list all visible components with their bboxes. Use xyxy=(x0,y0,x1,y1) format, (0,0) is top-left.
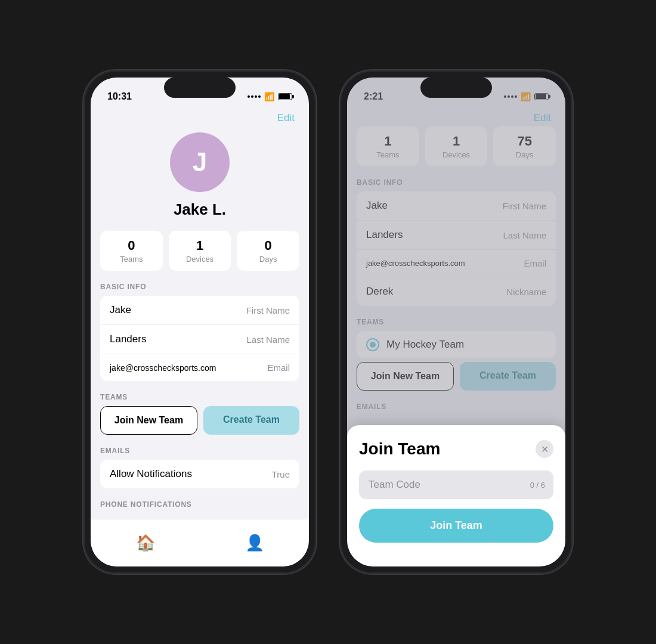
phone-2: 2:21 📶 Edit xyxy=(340,70,573,574)
signal-dots-1 xyxy=(247,95,261,98)
status-time-1: 10:31 xyxy=(107,91,132,102)
wifi-icon-1: 📶 xyxy=(264,92,274,101)
edit-button-1[interactable]: Edit xyxy=(91,107,309,126)
create-team-button-1[interactable]: Create Team xyxy=(203,406,299,435)
stat-label-teams-1: Teams xyxy=(105,255,158,264)
modal-title-row: Join Team ✕ xyxy=(359,439,553,459)
screen-1: 10:31 📶 Edit J xyxy=(91,78,309,566)
team-code-counter: 0 / 6 xyxy=(530,481,545,490)
avatar-section-1: J Jake L. xyxy=(91,126,309,231)
phone-notifications-header-1: PHONE NOTIFICATIONS xyxy=(91,500,309,513)
modal-title: Join Team xyxy=(359,439,440,459)
phone2-background: 2:21 📶 Edit xyxy=(347,78,565,566)
emails-header-1: EMAILS xyxy=(91,447,309,460)
team-code-input[interactable]: Team Code 0 / 6 xyxy=(359,470,553,499)
modal-close-button[interactable]: ✕ xyxy=(536,440,553,458)
tab-profile-icon-1[interactable]: 👤 xyxy=(245,534,264,552)
stat-number-devices-1: 1 xyxy=(174,238,227,253)
screen-2: 2:21 📶 Edit xyxy=(347,78,565,566)
first-name-row-1: Jake First Name xyxy=(100,296,299,325)
stat-box-days-1: 0 Days xyxy=(237,231,299,271)
basic-info-header-1: BASIC INFO xyxy=(91,283,309,296)
stat-number-teams-1: 0 xyxy=(105,238,158,253)
team-code-placeholder: Team Code xyxy=(369,479,420,490)
stat-box-teams-1: 0 Teams xyxy=(100,231,163,271)
tab-home-icon-1[interactable]: 🏠 xyxy=(136,534,155,552)
stats-row-1: 0 Teams 1 Devices 0 Days xyxy=(100,231,299,271)
email-label-1: Email xyxy=(267,363,290,373)
status-icons-1: 📶 xyxy=(247,92,292,101)
last-name-label-1: Last Name xyxy=(246,335,290,345)
email-value-1: jake@crosschecksports.com xyxy=(110,363,216,373)
join-team-submit-button[interactable]: Join Team xyxy=(359,509,553,543)
stat-label-devices-1: Devices xyxy=(174,255,227,264)
first-name-value-1: Jake xyxy=(110,304,131,316)
phone-1: 10:31 📶 Edit J xyxy=(83,70,316,574)
email-row-1: jake@crosschecksports.com Email xyxy=(100,354,299,381)
stat-label-days-1: Days xyxy=(242,255,295,264)
last-name-row-1: Landers Last Name xyxy=(100,325,299,354)
notch-1 xyxy=(164,78,236,98)
avatar-circle-1: J xyxy=(170,132,230,192)
stat-box-devices-1: 1 Devices xyxy=(169,231,231,271)
stat-number-days-1: 0 xyxy=(242,238,295,253)
allow-notifications-value-1: Allow Notifications xyxy=(110,468,192,480)
user-name-1: Jake L. xyxy=(174,200,226,219)
battery-icon-1 xyxy=(278,93,292,100)
basic-info-card-1: Jake First Name Landers Last Name jake@c… xyxy=(100,296,299,381)
allow-notifications-status-1: True xyxy=(272,469,290,479)
tab-bar-1: 🏠 👤 xyxy=(91,519,309,566)
emails-card-1: Allow Notifications True xyxy=(100,460,299,488)
last-name-value-1: Landers xyxy=(110,333,146,345)
allow-notifications-row-1: Allow Notifications True xyxy=(100,460,299,488)
teams-buttons-1: Join New Team Create Team xyxy=(100,406,299,435)
teams-header-1: TEAMS xyxy=(91,393,309,406)
join-new-team-button-1[interactable]: Join New Team xyxy=(100,406,197,435)
avatar-initial-1: J xyxy=(193,147,207,177)
first-name-label-1: First Name xyxy=(246,305,290,315)
scroll-content-1[interactable]: Edit J Jake L. 0 Teams 1 Devices xyxy=(91,107,309,566)
join-team-modal: Join Team ✕ Team Code 0 / 6 Join Team xyxy=(347,425,565,566)
notch-2 xyxy=(420,78,492,98)
